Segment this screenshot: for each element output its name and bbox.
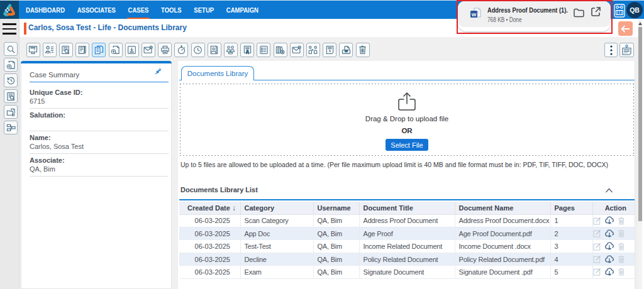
cell-username: QA, Bim xyxy=(313,227,359,240)
kebab-menu-icon[interactable] xyxy=(604,43,618,57)
row-trash-icon[interactable] xyxy=(618,255,625,263)
cloud-download-icon[interactable] xyxy=(604,255,614,264)
case-summary-top-accent xyxy=(21,61,172,63)
edit-icon[interactable] xyxy=(593,255,601,263)
documents-table: Created Date ↓CategoryUsernameDocument T… xyxy=(179,202,635,279)
cell-pages: 1 xyxy=(550,214,592,227)
edit-icon[interactable] xyxy=(593,243,601,251)
scrollbar-up-arrow[interactable] xyxy=(638,22,642,25)
case-field: Unique Case ID:6715 xyxy=(30,86,169,109)
select-file-button[interactable]: Select File xyxy=(386,139,428,151)
download-bubble[interactable]: W Address Proof Document (1). 768 KB • D… xyxy=(458,1,611,31)
row-trash-icon[interactable] xyxy=(618,268,625,276)
printer-icon[interactable] xyxy=(158,43,172,57)
chevron-up-icon[interactable] xyxy=(605,187,613,194)
cell-document-title: Policy Related Document xyxy=(359,253,455,265)
copy-icon[interactable] xyxy=(92,43,106,57)
box-download-icon[interactable] xyxy=(125,43,139,57)
sidebar-doc-search-icon[interactable] xyxy=(4,89,18,103)
app-logo[interactable] xyxy=(0,1,19,19)
case-summary-fields: Unique Case ID:6715Salutation:Name:Carlo… xyxy=(30,86,169,177)
edit-icon[interactable] xyxy=(593,268,601,276)
cell-document-name: Signature Document .pdf xyxy=(455,266,550,278)
download-annotation-box: W Address Proof Document (1). 768 KB • D… xyxy=(457,0,613,34)
cell-pages: 2 xyxy=(550,227,592,240)
nav-item-campaign[interactable]: CAMPAIGN xyxy=(226,1,258,19)
back-button[interactable] xyxy=(618,21,633,36)
sidebar-history-icon[interactable] xyxy=(4,74,18,87)
table-row: 06-03-2025ExamQA, BimSignature DocumentS… xyxy=(179,266,635,278)
tab-documents-library[interactable]: Documents Library xyxy=(181,66,254,80)
doc-search-icon[interactable] xyxy=(59,43,73,57)
row-trash-icon[interactable] xyxy=(618,229,625,237)
stopwatch-icon[interactable] xyxy=(174,43,188,57)
breadcrumb: Carlos, Sosa Test - Life - Documents Lib… xyxy=(28,23,187,32)
hamburger-menu-icon[interactable] xyxy=(3,23,16,35)
cell-action xyxy=(592,266,635,278)
row-trash-icon[interactable] xyxy=(618,217,625,225)
cell-created-date: 06-03-2025 xyxy=(179,266,240,278)
edit-icon[interactable] xyxy=(593,217,601,225)
nav-item-setup[interactable]: SETUP xyxy=(194,1,214,19)
certificate-icon[interactable] xyxy=(240,43,254,57)
column-header-action[interactable]: Action xyxy=(592,202,635,214)
person-gear-icon[interactable] xyxy=(43,43,57,57)
upload-note: Up to 5 files are allowed to be uploaded… xyxy=(180,161,608,168)
person-card-icon[interactable] xyxy=(208,43,221,57)
vertical-scrollbar[interactable] xyxy=(638,19,642,289)
nav-item-dashboard[interactable]: DASHBOARD xyxy=(26,1,65,19)
mail-check-icon[interactable] xyxy=(142,43,155,57)
monitor-icon[interactable] xyxy=(26,43,40,57)
doc-pen-icon[interactable] xyxy=(75,43,89,57)
cloud-download-icon[interactable] xyxy=(604,268,614,276)
person-transfer-icon[interactable] xyxy=(306,43,320,57)
nav-item-cases[interactable]: CASES xyxy=(128,1,149,19)
nav-item-associates[interactable]: ASSOCIATES xyxy=(77,1,116,19)
abacus-icon[interactable] xyxy=(614,4,625,18)
column-header-document-title[interactable]: Document Title xyxy=(359,202,455,214)
doc-add-icon[interactable] xyxy=(109,43,123,57)
clock-icon[interactable] xyxy=(191,43,205,57)
cell-document-name: Policy Related Document.pdf xyxy=(455,253,550,265)
cloud-download-icon[interactable] xyxy=(604,229,614,238)
cell-document-title: Age Proof xyxy=(359,227,455,240)
documents-list-title: Documents Library List xyxy=(180,186,258,194)
pin-icon[interactable] xyxy=(153,68,162,77)
trash-icon[interactable] xyxy=(356,43,370,57)
column-header-username[interactable]: Username xyxy=(313,202,359,214)
cloud-download-icon[interactable] xyxy=(604,216,614,225)
sidebar-search-icon[interactable] xyxy=(4,42,18,56)
doc-dollar-icon[interactable]: $ xyxy=(323,43,336,57)
cell-document-title: Address Proof Document xyxy=(359,214,455,227)
sidebar-folder-doc-icon[interactable] xyxy=(4,105,18,119)
column-header-created-date[interactable]: Created Date ↓ xyxy=(179,202,240,214)
show-in-folder-icon[interactable] xyxy=(574,8,584,18)
scrollbar-thumb[interactable] xyxy=(638,27,642,221)
column-header-document-name[interactable]: Document Name xyxy=(455,202,550,214)
cloud-download-icon[interactable] xyxy=(604,242,614,251)
cell-username: QA, Bim xyxy=(313,214,359,227)
folder-export-icon[interactable] xyxy=(339,43,353,57)
case-toolbar: $ xyxy=(19,37,638,61)
column-header-category[interactable]: Category xyxy=(240,202,313,214)
upload-dropzone[interactable]: Drag & Drop to upload file OR Select Fil… xyxy=(180,84,634,156)
user-avatar[interactable]: QB xyxy=(626,2,643,18)
sidebar-doc-add-icon[interactable] xyxy=(4,58,18,72)
nav-item-tools[interactable]: TOOLS xyxy=(161,1,182,19)
people-link-icon[interactable] xyxy=(224,43,238,57)
open-in-new-icon[interactable] xyxy=(591,6,601,17)
cell-document-title: Signature Document xyxy=(359,266,455,278)
column-header-pages[interactable]: Pages xyxy=(550,202,592,214)
svg-text:W: W xyxy=(472,12,477,18)
books-gear-icon[interactable] xyxy=(274,43,287,57)
edit-icon[interactable] xyxy=(593,229,601,237)
cell-created-date: 06-03-2025 xyxy=(179,253,240,265)
checklist-icon[interactable] xyxy=(257,43,270,57)
row-trash-icon[interactable] xyxy=(618,243,625,251)
sidebar-tree-icon[interactable] xyxy=(4,121,18,134)
cell-document-name: Income Document .docx xyxy=(455,240,550,253)
case-field: Salutation: xyxy=(30,109,169,131)
mail-check-icon[interactable] xyxy=(290,43,304,57)
cell-pages: 3 xyxy=(550,240,592,253)
note-pin-icon[interactable] xyxy=(619,43,634,57)
